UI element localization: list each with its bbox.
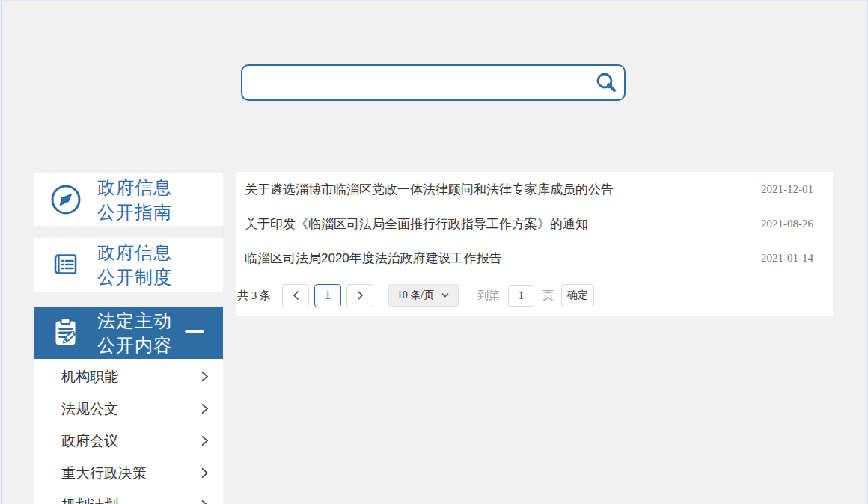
page-size-label: 10 条/页 — [397, 289, 434, 302]
article-date: 2021-01-14 — [761, 252, 813, 265]
total-count-label: 共 3 条 — [237, 289, 271, 303]
submenu-item-label: 法规公文 — [61, 399, 118, 419]
submenu-item-org-functions[interactable]: 机构职能 — [34, 360, 223, 393]
chevron-right-icon — [201, 434, 209, 447]
sidebar-submenu: 机构职能 法规公文 政府会议 重大行政决策 规划计划 — [34, 359, 223, 504]
submenu-item-label: 机构职能 — [61, 367, 118, 387]
article-date: 2021-08-26 — [761, 218, 813, 230]
page-size-select[interactable]: 10 条/页 — [388, 284, 459, 307]
chevron-right-icon — [201, 467, 209, 479]
search-button[interactable] — [588, 66, 624, 99]
sidebar-item-gov-info-guide[interactable]: 政府信息 公开指南 — [34, 173, 223, 226]
goto-page-group: 到第 页 确定 — [477, 284, 594, 307]
article-title[interactable]: 关于遴选淄博市临淄区党政一体法律顾问和法律专家库成员的公告 — [245, 181, 614, 198]
page: 政府信息 公开指南 政府信息 公开制度 — [0, 0, 868, 504]
pagination-bar: 共 3 条 1 10 条/页 到第 页 确定 — [236, 275, 833, 316]
submenu-item-gov-meetings[interactable]: 政府会议 — [34, 425, 223, 457]
page-number-button[interactable]: 1 — [314, 284, 341, 307]
chevron-down-icon — [441, 292, 450, 298]
submenu-item-major-decisions[interactable]: 重大行政决策 — [34, 457, 223, 489]
search-icon — [594, 71, 618, 95]
submenu-item-plans[interactable]: 规划计划 — [34, 489, 223, 504]
sidebar-item-statutory-disclosure[interactable]: 法定主动 公开内容 — [34, 307, 223, 359]
sidebar-item-label: 政府信息 公开制度 — [97, 240, 172, 289]
sidebar-item-label: 法定主动 公开内容 — [97, 308, 172, 357]
chevron-right-icon — [201, 499, 209, 504]
sidebar-item-gov-info-system[interactable]: 政府信息 公开制度 — [34, 238, 223, 292]
article-list-panel: 关于遴选淄博市临淄区党政一体法律顾问和法律专家库成员的公告 2021-12-01… — [236, 172, 833, 316]
chevron-right-icon — [201, 370, 209, 383]
collapse-minus-icon[interactable] — [185, 330, 204, 333]
sidebar-item-label: 政府信息 公开指南 — [97, 175, 172, 224]
ledger-icon — [49, 248, 82, 281]
goto-page-input[interactable] — [508, 285, 534, 307]
chevron-left-icon — [293, 290, 299, 301]
chevron-right-icon — [357, 290, 364, 301]
page-top-border — [0, 0, 868, 1]
article-title[interactable]: 临淄区司法局2020年度法治政府建设工作报告 — [245, 250, 502, 267]
list-item[interactable]: 关于遴选淄博市临淄区党政一体法律顾问和法律专家库成员的公告 2021-12-01 — [236, 172, 833, 206]
confirm-button[interactable]: 确定 — [561, 284, 594, 307]
article-title[interactable]: 关于印发《临淄区司法局全面推行行政指导工作方案》的通知 — [245, 215, 588, 233]
next-page-button[interactable] — [346, 284, 373, 307]
search-box — [241, 64, 626, 101]
list-item[interactable]: 临淄区司法局2020年度法治政府建设工作报告 2021-01-14 — [236, 241, 833, 275]
submenu-item-label: 规划计划 — [61, 496, 118, 504]
chevron-right-icon — [201, 402, 209, 415]
clipboard-pencil-icon — [49, 316, 82, 349]
page-left-border — [1, 0, 2, 504]
prev-page-button[interactable] — [282, 284, 309, 307]
submenu-item-label: 重大行政决策 — [61, 464, 147, 483]
article-date: 2021-12-01 — [761, 183, 813, 196]
submenu-item-regulations[interactable]: 法规公文 — [34, 393, 223, 425]
compass-icon — [49, 183, 82, 216]
goto-suffix-label: 页 — [542, 289, 554, 303]
submenu-item-label: 政府会议 — [61, 431, 118, 451]
list-item[interactable]: 关于印发《临淄区司法局全面推行行政指导工作方案》的通知 2021-08-26 — [236, 206, 833, 241]
goto-prefix-label: 到第 — [477, 289, 500, 303]
search-input[interactable] — [242, 66, 588, 99]
sidebar: 政府信息 公开指南 政府信息 公开制度 — [34, 173, 223, 504]
